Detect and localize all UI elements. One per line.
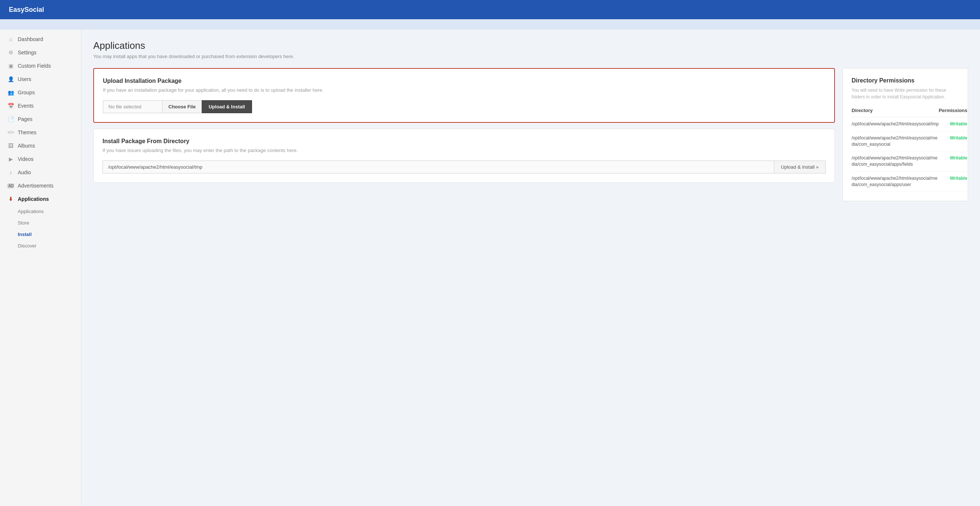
directory-path-input[interactable] xyxy=(102,160,774,173)
fields-icon: ▣ xyxy=(7,63,14,69)
sidebar-label-pages: Pages xyxy=(18,116,33,122)
content-area: Upload Installation Package If you have … xyxy=(93,68,968,201)
table-row: /opt/local/www/apache2/html/easysocial/t… xyxy=(851,117,967,131)
sidebar-label-groups: Groups xyxy=(18,89,35,95)
dir-path: /opt/local/www/apache2/html/easysocial/m… xyxy=(851,131,939,151)
layout: ⌂ Dashboard ⚙ Settings ▣ Custom Fields 👤… xyxy=(0,30,980,506)
directory-upload-install-button[interactable]: Upload & Install » xyxy=(774,160,826,173)
top-header: EasySocial xyxy=(0,0,980,19)
dir-status: Writable xyxy=(939,117,967,131)
sidebar-label-custom-fields: Custom Fields xyxy=(18,63,51,69)
install-directory-desc: If you have issues uploading the files, … xyxy=(102,148,826,153)
dir-status: Writable xyxy=(939,151,967,171)
directory-input-row: Upload & Install » xyxy=(102,160,826,173)
sidebar-label-applications: Applications xyxy=(18,196,49,202)
upload-package-title: Upload Installation Package xyxy=(103,78,825,84)
dir-path: /opt/local/www/apache2/html/easysocial/m… xyxy=(851,151,939,171)
themes-icon: </> xyxy=(7,130,14,135)
logo: EasySocial xyxy=(9,6,44,14)
permissions-desc: You will need to have Write permission f… xyxy=(851,87,959,100)
sidebar-label-events: Events xyxy=(18,103,34,109)
sub-label-store: Store xyxy=(18,220,29,226)
file-upload-row: No file selected Choose File Upload & In… xyxy=(103,100,825,113)
dir-path: /opt/local/www/apache2/html/easysocial/m… xyxy=(851,171,939,192)
sidebar-item-advertisements[interactable]: AD Advertisements xyxy=(0,179,81,192)
sidebar-item-albums[interactable]: 🖼 Albums xyxy=(0,139,81,152)
right-panel: Directory Permissions You will need to h… xyxy=(842,68,968,201)
upload-package-card: Upload Installation Package If you have … xyxy=(93,68,835,123)
sub-label-install: Install xyxy=(18,232,32,237)
videos-icon: ▶ xyxy=(7,156,14,162)
sidebar-item-audio[interactable]: ♪ Audio xyxy=(0,166,81,179)
sidebar-item-dashboard[interactable]: ⌂ Dashboard xyxy=(0,33,81,46)
sidebar-item-applications[interactable]: ⬇ Applications xyxy=(0,192,81,206)
events-icon: 📅 xyxy=(7,103,14,109)
table-row: /opt/local/www/apache2/html/easysocial/m… xyxy=(851,151,967,171)
col-directory: Directory xyxy=(851,108,939,117)
sidebar-label-users: Users xyxy=(18,76,32,82)
sidebar-item-custom-fields[interactable]: ▣ Custom Fields xyxy=(0,59,81,73)
gear-icon: ⚙ xyxy=(7,49,14,56)
sidebar-item-pages[interactable]: 📄 Pages xyxy=(0,113,81,126)
sidebar: ⌂ Dashboard ⚙ Settings ▣ Custom Fields 👤… xyxy=(0,30,81,506)
sidebar-sub-store[interactable]: Store xyxy=(0,217,81,228)
left-panels: Upload Installation Package If you have … xyxy=(93,68,835,183)
download-icon: ⬇ xyxy=(7,196,14,202)
sidebar-label-videos: Videos xyxy=(18,156,34,162)
dir-status: Writable xyxy=(939,131,967,151)
user-icon: 👤 xyxy=(7,76,14,82)
sidebar-label-themes: Themes xyxy=(18,130,37,135)
table-row: /opt/local/www/apache2/html/easysocial/m… xyxy=(851,171,967,192)
sidebar-sub-applications[interactable]: Applications xyxy=(0,206,81,217)
home-icon: ⌂ xyxy=(7,36,14,42)
dir-path: /opt/local/www/apache2/html/easysocial/t… xyxy=(851,117,939,131)
pages-icon: 📄 xyxy=(7,116,14,122)
groups-icon: 👥 xyxy=(7,89,14,95)
sidebar-item-users[interactable]: 👤 Users xyxy=(0,73,81,86)
sub-label-applications: Applications xyxy=(18,209,44,214)
sidebar-item-videos[interactable]: ▶ Videos xyxy=(0,152,81,166)
dir-status: Writable xyxy=(939,171,967,192)
permissions-title: Directory Permissions xyxy=(851,77,959,84)
permissions-table: Directory Permissions /opt/local/www/apa… xyxy=(851,108,967,192)
sidebar-label-advertisements: Advertisements xyxy=(18,183,53,189)
ad-icon: AD xyxy=(7,184,14,188)
sidebar-sub-discover[interactable]: Discover xyxy=(0,240,81,252)
sub-header xyxy=(0,19,980,30)
page-subtitle: You may install apps that you have downl… xyxy=(93,54,968,59)
albums-icon: 🖼 xyxy=(7,143,14,149)
sidebar-item-groups[interactable]: 👥 Groups xyxy=(0,86,81,99)
table-row: /opt/local/www/apache2/html/easysocial/m… xyxy=(851,131,967,151)
sub-label-discover: Discover xyxy=(18,243,37,249)
sidebar-sub-install[interactable]: Install xyxy=(0,228,81,240)
upload-package-desc: If you have an installation package for … xyxy=(103,87,825,93)
col-permissions: Permissions xyxy=(939,108,967,117)
sidebar-label-audio: Audio xyxy=(18,170,31,175)
page-title: Applications xyxy=(93,40,968,51)
upload-install-button[interactable]: Upload & Install xyxy=(202,100,252,113)
no-file-label: No file selected xyxy=(103,100,162,113)
install-directory-card: Install Package From Directory If you ha… xyxy=(93,129,835,183)
choose-file-button[interactable]: Choose File xyxy=(162,100,202,113)
main-content: Applications You may install apps that y… xyxy=(81,30,980,506)
sidebar-item-themes[interactable]: </> Themes xyxy=(0,126,81,139)
sidebar-item-events[interactable]: 📅 Events xyxy=(0,99,81,113)
sidebar-label-settings: Settings xyxy=(18,49,37,56)
install-directory-title: Install Package From Directory xyxy=(102,138,826,144)
sidebar-item-settings[interactable]: ⚙ Settings xyxy=(0,46,81,59)
audio-icon: ♪ xyxy=(7,170,14,175)
sidebar-label-dashboard: Dashboard xyxy=(18,36,43,42)
sidebar-label-albums: Albums xyxy=(18,143,35,149)
